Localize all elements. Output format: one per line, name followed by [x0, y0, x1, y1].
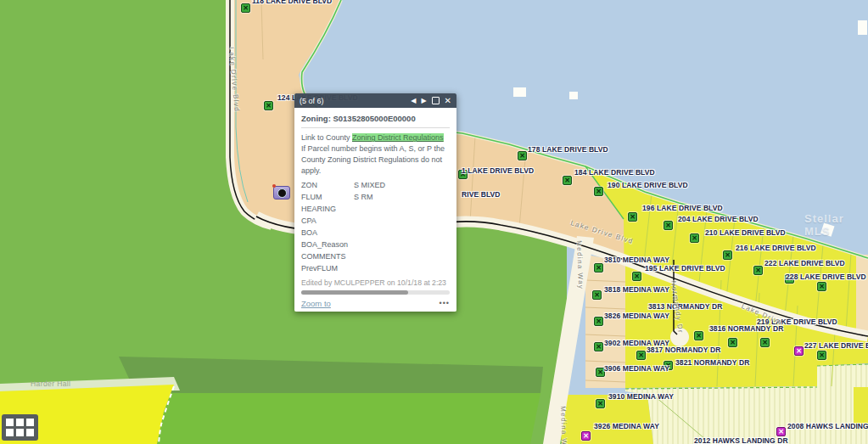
attribute-row: BOA [301, 227, 450, 239]
map-marker-icon[interactable]: ✕ [594, 187, 603, 196]
popup-pager: (5 of 6) [300, 97, 406, 105]
parcel-label: 3813 NORMANDY DR [648, 302, 722, 311]
scrollbar-thumb[interactable] [301, 290, 408, 295]
map-marker-icon[interactable]: ✕ [817, 351, 826, 360]
feature-popup: (5 of 6) ◀ ▶ ✕ Zoning: S01352805000E0000… [294, 93, 456, 312]
map-marker-icon[interactable]: ✕ [817, 282, 826, 291]
popup-header: (5 of 6) ◀ ▶ ✕ [294, 93, 456, 108]
parcel-label: RIVE BLVD [462, 190, 501, 199]
attribute-value [354, 262, 450, 274]
parcel-label: 190 LAKE DRIVE BLVD [608, 181, 688, 189]
parcel-label: 210 LAKE DRIVE BLVD [705, 228, 786, 237]
edited-by-text: Edited by MCULPEPPER on 10/1/18 at 2:23 [301, 278, 450, 287]
map-marker-icon[interactable]: ✕ [753, 266, 763, 275]
parcel-label: 1 LAKE DRIVE BLVD [462, 166, 534, 175]
map-canvas[interactable]: Stellar MLS 118 LAKE DRIVE BLVD124 LAKE … [0, 0, 868, 444]
parcel-label: 118 LAKE DRIVE BLVD [252, 0, 332, 5]
parcel-label: 178 LAKE DRIVE BLVD [528, 145, 608, 154]
attribute-value [354, 250, 450, 262]
map-marker-icon[interactable]: ✕ [594, 317, 603, 326]
previous-feature-button[interactable]: ◀ [411, 97, 416, 105]
attribute-value [354, 239, 450, 250]
camera-lens-icon [277, 188, 287, 198]
grid-icon [6, 429, 14, 436]
map-marker-icon[interactable]: ✕ [592, 290, 602, 300]
parcel-label: 3826 MEDINA WAY [604, 312, 669, 320]
more-options-button[interactable]: ••• [440, 299, 450, 307]
popup-title: Zoning: S01352805000E00000 [301, 114, 450, 128]
parcel-label: 3906 MEDINA WAY [604, 364, 669, 373]
zoning-regulations-link[interactable]: Zoning District Regulations [352, 133, 444, 142]
parcel-label: 2012 HAWKS LANDING DR [694, 436, 788, 444]
map-marker-icon[interactable]: ✕ [628, 212, 637, 222]
map-marker-icon[interactable]: ✕ [723, 250, 732, 260]
attribute-row: COMMENTS [301, 250, 450, 262]
grid-icon [26, 429, 34, 436]
parcel-label: 3821 NORMANDY DR [675, 358, 749, 367]
parcel-label: 216 LAKE DRIVE BLVD [736, 244, 816, 252]
popup-horizontal-scrollbar[interactable] [301, 290, 450, 295]
stellar-mls-watermark: Stellar MLS [804, 212, 868, 238]
popup-note: Link to County Zoning District Regulatio… [301, 132, 450, 177]
map-marker-icon[interactable]: ✕ [690, 233, 699, 243]
map-marker-icon[interactable]: ✕ [581, 431, 591, 441]
parcel-label: 3817 NORMANDY DR [647, 346, 720, 354]
parcel-label: 228 LAKE DRIVE BLVD [786, 273, 866, 281]
map-marker-icon[interactable]: ✕ [594, 342, 603, 351]
attribute-row: PrevFLUM [301, 262, 450, 274]
attribute-label: FLUM [301, 191, 354, 203]
attribute-row: BOA_Reason [301, 239, 450, 250]
map-marker-icon[interactable]: ✕ [794, 346, 804, 356]
camera-marker-icon[interactable] [273, 186, 290, 200]
parcel-label: 3816 NORMANDY DR [709, 324, 783, 333]
attribute-row: HEARING [301, 203, 450, 215]
basemap-grid-button[interactable] [2, 414, 38, 441]
next-feature-button[interactable]: ▶ [421, 97, 426, 105]
map-marker-icon[interactable]: ✕ [636, 351, 646, 360]
attribute-table: ZONS MIXEDFLUMS RMHEARINGCPABOABOA_Reaso… [301, 179, 450, 274]
map-marker-icon[interactable]: ✕ [241, 3, 250, 13]
attribute-row: ZONS MIXED [301, 179, 450, 191]
grid-icon [26, 419, 34, 426]
maximize-icon[interactable] [432, 97, 440, 104]
attribute-label: BOA_Reason [301, 239, 354, 250]
attribute-label: BOA [301, 227, 354, 239]
attribute-label: COMMENTS [301, 250, 354, 262]
popup-footer: Zoom to ••• [294, 295, 456, 312]
parcel-label: 204 LAKE DRIVE BLVD [678, 215, 759, 223]
parcel-label: 2008 HAWKS LANDING [787, 422, 868, 430]
map-marker-icon[interactable]: ✕ [518, 151, 527, 160]
grid-icon [16, 429, 24, 436]
attribute-label: HEARING [301, 203, 354, 215]
map-marker-icon[interactable]: ✕ [760, 338, 770, 347]
attribute-row: CPA [301, 215, 450, 227]
parcel-label: 3818 MEDINA WAY [604, 285, 669, 294]
parcel-label: Harder Hall [31, 379, 70, 388]
grid-icon [6, 419, 14, 426]
attribute-value [354, 227, 450, 239]
parcel-note-text: If Parcel number begins with A, S, or P … [301, 144, 445, 175]
parcel-label: 3810 MEDINA WAY [604, 256, 669, 264]
attribute-label: CPA [301, 215, 354, 227]
map-marker-icon[interactable]: ✕ [776, 427, 786, 436]
map-marker-icon[interactable]: ✕ [728, 338, 737, 347]
map-marker-icon[interactable]: ✕ [594, 263, 603, 273]
attribute-label: PrevFLUM [301, 262, 354, 274]
map-marker-icon[interactable]: ✕ [596, 399, 605, 408]
popup-body: Zoning: S01352805000E00000 Link to Count… [294, 108, 456, 295]
zoom-to-link[interactable]: Zoom to [301, 299, 440, 308]
parcel-label: 195 LAKE DRIVE BLVD [645, 264, 725, 273]
close-icon[interactable]: ✕ [445, 97, 451, 105]
attribute-value [354, 215, 450, 227]
map-marker-icon[interactable]: ✕ [632, 272, 641, 281]
parcel-label: 196 LAKE DRIVE BLVD [642, 204, 723, 212]
attribute-value: S MIXED [354, 179, 450, 191]
parcel-label: 3910 MEDINA WAY [608, 392, 674, 401]
parcel-label: 227 LAKE DRIVE BLVD [804, 341, 868, 350]
map-marker-icon[interactable]: ✕ [664, 221, 673, 230]
map-marker-icon[interactable]: ✕ [563, 176, 572, 185]
map-marker-icon[interactable]: ✕ [264, 101, 273, 110]
map-marker-icon[interactable]: ✕ [694, 331, 703, 340]
camera-indicator-dot [272, 184, 276, 188]
parcel-label: 3926 MEDINA WAY [594, 422, 659, 430]
